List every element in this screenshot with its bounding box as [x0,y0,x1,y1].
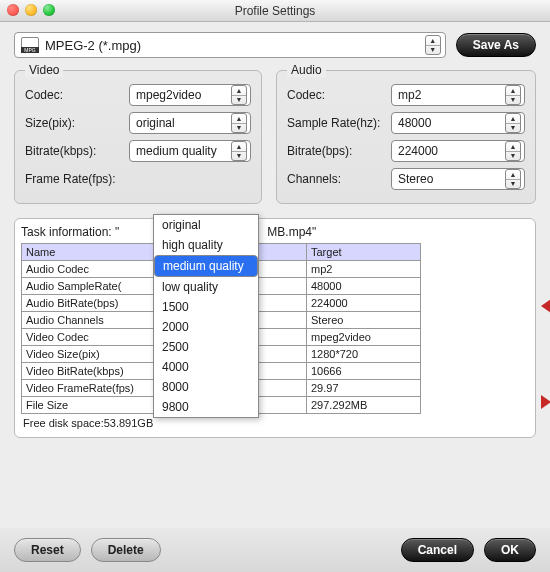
stepper-icon[interactable]: ▲▼ [505,141,521,161]
ok-button[interactable]: OK [484,538,536,562]
close-icon[interactable] [7,4,19,16]
video-codec-select[interactable]: mpeg2video ▲▼ [129,84,251,106]
stepper-icon[interactable]: ▲▼ [231,113,247,133]
audio-codec-select[interactable]: mp2 ▲▼ [391,84,525,106]
video-legend: Video [25,63,63,77]
audio-samplerate-value: 48000 [398,116,505,130]
svg-marker-0 [541,299,550,313]
delete-button[interactable]: Delete [91,538,161,562]
video-framerate-label: Frame Rate(fps): [25,172,123,186]
stepper-icon[interactable]: ▲▼ [505,169,521,189]
audio-bitrate-label: Bitrate(bps): [287,144,385,158]
row-target: mp2 [307,261,421,278]
stepper-icon[interactable]: ▲▼ [425,35,441,55]
audio-samplerate-select[interactable]: 48000 ▲▼ [391,112,525,134]
row-target: 297.292MB [307,397,421,414]
dropdown-option[interactable]: low quality [154,277,258,297]
minimize-icon[interactable] [25,4,37,16]
dropdown-option[interactable]: 4000 [154,357,258,377]
row-target: mpeg2video [307,329,421,346]
video-bitrate-dropdown[interactable]: originalhigh qualitymedium qualitylow qu… [153,214,259,418]
dropdown-option[interactable]: 1500 [154,297,258,317]
video-size-label: Size(pix): [25,116,123,130]
dropdown-option[interactable]: 2000 [154,317,258,337]
cancel-button[interactable]: Cancel [401,538,474,562]
audio-legend: Audio [287,63,326,77]
task-information-panel: Task information: "MB.mp4" Name Target A… [14,218,536,438]
video-size-value: original [136,116,231,130]
audio-channels-value: Stereo [398,172,505,186]
row-target: 48000 [307,278,421,295]
mpg-file-icon [21,37,39,53]
row-target: 10666 [307,363,421,380]
audio-channels-select[interactable]: Stereo ▲▼ [391,168,525,190]
video-bitrate-label: Bitrate(kbps): [25,144,123,158]
audio-codec-label: Codec: [287,88,385,102]
dropdown-option[interactable]: medium quality [154,255,258,277]
stepper-icon[interactable]: ▲▼ [231,141,247,161]
audio-bitrate-select[interactable]: 224000 ▲▼ [391,140,525,162]
profile-select-label: MPEG-2 (*.mpg) [45,38,419,53]
row-target: 1280*720 [307,346,421,363]
video-bitrate-value: medium quality [136,144,231,158]
video-codec-label: Codec: [25,88,123,102]
audio-channels-label: Channels: [287,172,385,186]
audio-samplerate-label: Sample Rate(hz): [287,116,385,130]
row-target: Stereo [307,312,421,329]
row-target: 224000 [307,295,421,312]
dropdown-option[interactable]: 9800 [154,397,258,417]
audio-codec-value: mp2 [398,88,505,102]
video-bitrate-select[interactable]: medium quality ▲▼ [129,140,251,162]
dropdown-option[interactable]: 2500 [154,337,258,357]
window-controls [7,4,55,16]
save-as-button[interactable]: Save As [456,33,536,57]
prev-arrows[interactable] [539,299,550,313]
stepper-icon[interactable]: ▲▼ [505,85,521,105]
titlebar: Profile Settings [0,0,550,22]
stepper-icon[interactable]: ▲▼ [231,85,247,105]
dropdown-option[interactable]: high quality [154,235,258,255]
dropdown-option[interactable]: original [154,215,258,235]
dropdown-option[interactable]: 8000 [154,377,258,397]
free-disk-space: Free disk space:53.891GB [23,417,529,429]
zoom-icon[interactable] [43,4,55,16]
svg-marker-2 [541,395,550,409]
video-fieldset: Video Codec: mpeg2video ▲▼ Size(pix): or… [14,70,262,204]
video-size-select[interactable]: original ▲▼ [129,112,251,134]
next-arrows[interactable] [539,395,550,409]
window-title: Profile Settings [0,4,550,18]
audio-bitrate-value: 224000 [398,144,505,158]
video-codec-value: mpeg2video [136,88,231,102]
bottom-bar: Reset Delete Cancel OK [0,528,550,572]
task-title: Task information: "MB.mp4" [21,225,529,239]
audio-fieldset: Audio Codec: mp2 ▲▼ Sample Rate(hz): 480… [276,70,536,204]
reset-button[interactable]: Reset [14,538,81,562]
stepper-icon[interactable]: ▲▼ [505,113,521,133]
row-target: 29.97 [307,380,421,397]
profile-select[interactable]: MPEG-2 (*.mpg) ▲▼ [14,32,446,58]
col-target: Target [307,244,421,261]
